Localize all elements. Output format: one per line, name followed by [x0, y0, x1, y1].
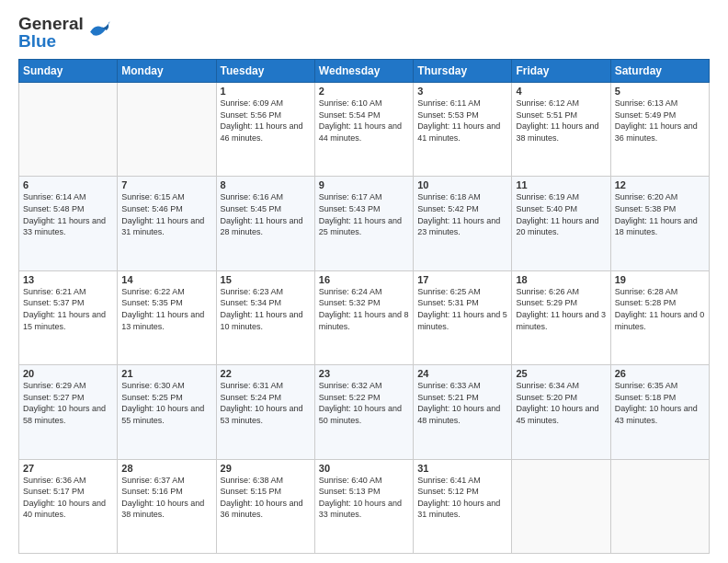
day-number: 29	[221, 463, 311, 474]
calendar-header-saturday: Saturday	[610, 60, 709, 83]
calendar-cell: 30Sunrise: 6:40 AM Sunset: 5:13 PM Dayli…	[314, 459, 413, 553]
calendar-cell: 3Sunrise: 6:11 AM Sunset: 5:53 PM Daylig…	[414, 83, 512, 177]
day-number: 20	[23, 368, 113, 379]
day-content: Sunrise: 6:16 AM Sunset: 5:45 PM Dayligh…	[221, 191, 311, 237]
day-content: Sunrise: 6:26 AM Sunset: 5:29 PM Dayligh…	[516, 286, 606, 332]
calendar-cell: 26Sunrise: 6:35 AM Sunset: 5:18 PM Dayli…	[610, 365, 709, 459]
calendar-cell: 7Sunrise: 6:15 AM Sunset: 5:46 PM Daylig…	[118, 177, 216, 270]
calendar-cell: 27Sunrise: 6:36 AM Sunset: 5:17 PM Dayli…	[19, 459, 118, 553]
calendar-cell: 12Sunrise: 6:20 AM Sunset: 5:38 PM Dayli…	[610, 177, 709, 270]
day-number: 8	[221, 179, 311, 190]
day-content: Sunrise: 6:17 AM Sunset: 5:43 PM Dayligh…	[319, 191, 409, 237]
day-number: 25	[516, 368, 606, 379]
day-content: Sunrise: 6:29 AM Sunset: 5:27 PM Dayligh…	[23, 380, 113, 426]
day-number: 4	[516, 86, 606, 97]
calendar-cell: 19Sunrise: 6:28 AM Sunset: 5:28 PM Dayli…	[610, 270, 709, 364]
calendar-cell: 16Sunrise: 6:24 AM Sunset: 5:32 PM Dayli…	[314, 270, 413, 364]
day-number: 5	[615, 86, 705, 97]
calendar-cell: 21Sunrise: 6:30 AM Sunset: 5:25 PM Dayli…	[118, 365, 216, 459]
calendar-week-4: 27Sunrise: 6:36 AM Sunset: 5:17 PM Dayli…	[19, 459, 710, 553]
calendar-cell	[610, 459, 709, 553]
day-number: 26	[615, 368, 705, 379]
day-content: Sunrise: 6:18 AM Sunset: 5:42 PM Dayligh…	[417, 191, 507, 237]
day-content: Sunrise: 6:36 AM Sunset: 5:17 PM Dayligh…	[23, 475, 113, 521]
day-content: Sunrise: 6:23 AM Sunset: 5:34 PM Dayligh…	[221, 286, 311, 332]
calendar-cell: 14Sunrise: 6:22 AM Sunset: 5:35 PM Dayli…	[118, 270, 216, 364]
calendar-cell: 2Sunrise: 6:10 AM Sunset: 5:54 PM Daylig…	[314, 83, 413, 177]
day-number: 18	[516, 274, 606, 285]
calendar-week-0: 1Sunrise: 6:09 AM Sunset: 5:56 PM Daylig…	[19, 83, 710, 177]
day-content: Sunrise: 6:14 AM Sunset: 5:48 PM Dayligh…	[23, 191, 113, 237]
day-content: Sunrise: 6:37 AM Sunset: 5:16 PM Dayligh…	[121, 475, 211, 521]
day-content: Sunrise: 6:25 AM Sunset: 5:31 PM Dayligh…	[417, 286, 507, 332]
day-content: Sunrise: 6:10 AM Sunset: 5:54 PM Dayligh…	[319, 98, 409, 144]
calendar-cell: 22Sunrise: 6:31 AM Sunset: 5:24 PM Dayli…	[216, 365, 314, 459]
calendar-header-tuesday: Tuesday	[216, 60, 314, 83]
day-content: Sunrise: 6:22 AM Sunset: 5:35 PM Dayligh…	[121, 286, 211, 332]
day-content: Sunrise: 6:13 AM Sunset: 5:49 PM Dayligh…	[615, 98, 705, 144]
calendar-cell: 31Sunrise: 6:41 AM Sunset: 5:12 PM Dayli…	[414, 459, 512, 553]
day-content: Sunrise: 6:40 AM Sunset: 5:13 PM Dayligh…	[319, 475, 409, 521]
day-content: Sunrise: 6:38 AM Sunset: 5:15 PM Dayligh…	[221, 475, 311, 521]
calendar-header-sunday: Sunday	[19, 60, 118, 83]
logo-general-text: General	[18, 15, 84, 32]
calendar-cell: 24Sunrise: 6:33 AM Sunset: 5:21 PM Dayli…	[414, 365, 512, 459]
day-content: Sunrise: 6:09 AM Sunset: 5:56 PM Dayligh…	[221, 98, 311, 144]
day-number: 9	[319, 179, 409, 190]
day-number: 28	[121, 463, 211, 474]
day-number: 30	[319, 463, 409, 474]
day-number: 1	[221, 86, 311, 97]
logo-text-group: General Blue	[18, 15, 84, 50]
calendar-week-3: 20Sunrise: 6:29 AM Sunset: 5:27 PM Dayli…	[19, 365, 710, 459]
day-content: Sunrise: 6:35 AM Sunset: 5:18 PM Dayligh…	[615, 380, 705, 426]
calendar-cell: 5Sunrise: 6:13 AM Sunset: 5:49 PM Daylig…	[610, 83, 709, 177]
day-number: 10	[417, 179, 507, 190]
day-content: Sunrise: 6:20 AM Sunset: 5:38 PM Dayligh…	[615, 191, 705, 237]
day-number: 14	[121, 274, 211, 285]
calendar-cell	[512, 459, 610, 553]
day-number: 15	[221, 274, 311, 285]
calendar-cell: 13Sunrise: 6:21 AM Sunset: 5:37 PM Dayli…	[19, 270, 118, 364]
calendar-cell: 9Sunrise: 6:17 AM Sunset: 5:43 PM Daylig…	[314, 177, 413, 270]
day-number: 21	[121, 368, 211, 379]
day-content: Sunrise: 6:28 AM Sunset: 5:28 PM Dayligh…	[615, 286, 705, 332]
day-number: 22	[221, 368, 311, 379]
day-content: Sunrise: 6:32 AM Sunset: 5:22 PM Dayligh…	[319, 380, 409, 426]
logo-bird-icon	[85, 16, 111, 45]
day-content: Sunrise: 6:12 AM Sunset: 5:51 PM Dayligh…	[516, 98, 606, 144]
day-number: 7	[121, 179, 211, 190]
logo: General Blue	[18, 15, 111, 50]
logo-blue-text: Blue	[18, 32, 84, 50]
calendar-cell: 17Sunrise: 6:25 AM Sunset: 5:31 PM Dayli…	[414, 270, 512, 364]
calendar-week-1: 6Sunrise: 6:14 AM Sunset: 5:48 PM Daylig…	[19, 177, 710, 270]
day-number: 31	[417, 463, 507, 474]
calendar-header-row: SundayMondayTuesdayWednesdayThursdayFrid…	[19, 60, 710, 83]
calendar-cell: 10Sunrise: 6:18 AM Sunset: 5:42 PM Dayli…	[414, 177, 512, 270]
day-number: 2	[319, 86, 409, 97]
calendar-header-monday: Monday	[118, 60, 216, 83]
calendar-cell: 25Sunrise: 6:34 AM Sunset: 5:20 PM Dayli…	[512, 365, 610, 459]
day-content: Sunrise: 6:11 AM Sunset: 5:53 PM Dayligh…	[417, 98, 507, 144]
day-number: 12	[615, 179, 705, 190]
day-number: 3	[417, 86, 507, 97]
day-number: 16	[319, 274, 409, 285]
day-content: Sunrise: 6:30 AM Sunset: 5:25 PM Dayligh…	[121, 380, 211, 426]
day-number: 13	[23, 274, 113, 285]
calendar-cell: 4Sunrise: 6:12 AM Sunset: 5:51 PM Daylig…	[512, 83, 610, 177]
day-number: 19	[615, 274, 705, 285]
day-number: 11	[516, 179, 606, 190]
calendar-header-friday: Friday	[512, 60, 610, 83]
calendar-cell	[118, 83, 216, 177]
calendar-header-wednesday: Wednesday	[314, 60, 413, 83]
day-number: 23	[319, 368, 409, 379]
calendar-cell: 11Sunrise: 6:19 AM Sunset: 5:40 PM Dayli…	[512, 177, 610, 270]
page: General Blue SundayMondayTuesdayWednesda…	[0, 0, 728, 563]
calendar-cell: 1Sunrise: 6:09 AM Sunset: 5:56 PM Daylig…	[216, 83, 314, 177]
calendar-week-2: 13Sunrise: 6:21 AM Sunset: 5:37 PM Dayli…	[19, 270, 710, 364]
calendar-cell: 18Sunrise: 6:26 AM Sunset: 5:29 PM Dayli…	[512, 270, 610, 364]
calendar-cell: 20Sunrise: 6:29 AM Sunset: 5:27 PM Dayli…	[19, 365, 118, 459]
day-number: 6	[23, 179, 113, 190]
calendar-cell: 29Sunrise: 6:38 AM Sunset: 5:15 PM Dayli…	[216, 459, 314, 553]
day-content: Sunrise: 6:41 AM Sunset: 5:12 PM Dayligh…	[417, 475, 507, 521]
day-number: 27	[23, 463, 113, 474]
